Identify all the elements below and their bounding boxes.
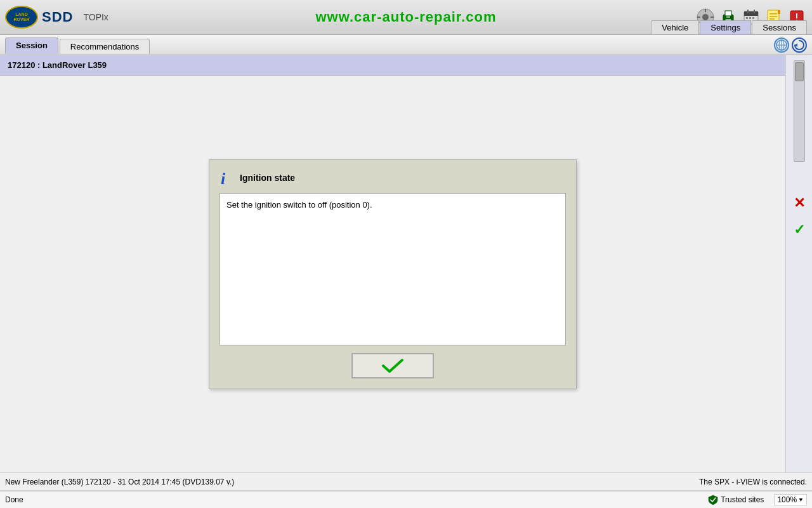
menu-sessions[interactable]: Sessions	[752, 20, 807, 34]
done-text: Done	[5, 495, 23, 504]
svg-rect-4	[697, 17, 700, 18]
zoom-value: 100%	[777, 495, 797, 504]
dialog-message: Set the ignition switch to off (position…	[226, 200, 372, 210]
logo-area: LAND ROVER SDD TOPIx	[5, 6, 108, 29]
svg-rect-14	[754, 10, 755, 13]
menu-vehicle[interactable]: Vehicle	[651, 20, 699, 34]
svg-rect-17	[752, 17, 754, 19]
svg-point-1	[702, 14, 709, 20]
nav-right-icons	[774, 37, 807, 53]
trusted-sites-section[interactable]: Trusted sites	[708, 495, 764, 505]
refresh-icon[interactable]	[792, 37, 807, 53]
confirm-button[interactable]	[351, 353, 434, 378]
zoom-section[interactable]: 100% ▼	[774, 494, 807, 505]
scrollbar[interactable]	[794, 60, 805, 162]
status-bar: New Freelander (L359) 172120 - 31 Oct 20…	[0, 472, 812, 490]
svg-rect-10	[726, 17, 730, 18]
svg-rect-13	[747, 10, 749, 13]
dialog-header: i Ignition state	[219, 170, 566, 185]
svg-rect-12	[744, 11, 758, 16]
svg-rect-22	[769, 16, 777, 17]
right-panel: ✕ ✓	[785, 55, 812, 472]
dialog-area: i Ignition state Set the ignition switch…	[0, 76, 785, 472]
navbar: Session Recommendations	[0, 35, 812, 55]
browser-bar: Done Trusted sites 100% ▼	[0, 490, 812, 508]
svg-rect-2	[705, 9, 706, 12]
top-menu: Vehicle Settings Sessions	[650, 20, 807, 34]
landrover-logo-text: LAND ROVER	[14, 12, 30, 22]
menu-settings[interactable]: Settings	[700, 20, 751, 34]
zoom-arrow-icon: ▼	[798, 497, 804, 503]
landrover-logo: LAND ROVER	[5, 6, 38, 29]
svg-rect-15	[746, 17, 748, 19]
dialog-title: Ignition state	[240, 173, 295, 183]
status-right: The SPX - i-VIEW is connected.	[699, 478, 807, 486]
shield-check-icon	[708, 495, 718, 505]
dialog-box: i Ignition state Set the ignition switch…	[209, 159, 577, 389]
side-cancel-button[interactable]: ✕	[791, 192, 808, 214]
breadcrumb: 172120 : LandRover L359	[0, 55, 785, 76]
trusted-sites-label: Trusted sites	[721, 495, 764, 504]
svg-rect-26	[796, 13, 797, 18]
zoom-dropdown[interactable]: 100% ▼	[774, 494, 807, 505]
svg-rect-24	[778, 10, 780, 14]
svg-rect-23	[769, 18, 775, 20]
dialog-content: Set the ignition switch to off (position…	[219, 193, 566, 345]
dialog-footer	[219, 353, 566, 378]
sdd-label: SDD	[42, 9, 73, 25]
status-text: New Freelander (L359) 172120 - 31 Oct 20…	[5, 478, 699, 486]
globe-icon[interactable]	[774, 37, 789, 53]
left-panel: 172120 : LandRover L359 i Ignition state…	[0, 55, 785, 472]
info-icon: i	[219, 170, 235, 185]
svg-rect-16	[749, 17, 751, 19]
svg-text:i: i	[221, 170, 226, 187]
toolbar: LAND ROVER SDD TOPIx www.car-auto-repair…	[0, 0, 812, 35]
svg-rect-21	[769, 13, 777, 15]
topix-label: TOPIx	[83, 12, 108, 22]
svg-rect-8	[725, 11, 731, 16]
tab-recommendations[interactable]: Recommendations	[60, 39, 150, 54]
center-url: www.car-auto-repair.com	[315, 9, 496, 25]
tab-session[interactable]: Session	[5, 37, 58, 54]
svg-rect-5	[710, 17, 714, 18]
side-confirm-button[interactable]: ✓	[791, 219, 808, 241]
main-area: 172120 : LandRover L359 i Ignition state…	[0, 55, 812, 472]
